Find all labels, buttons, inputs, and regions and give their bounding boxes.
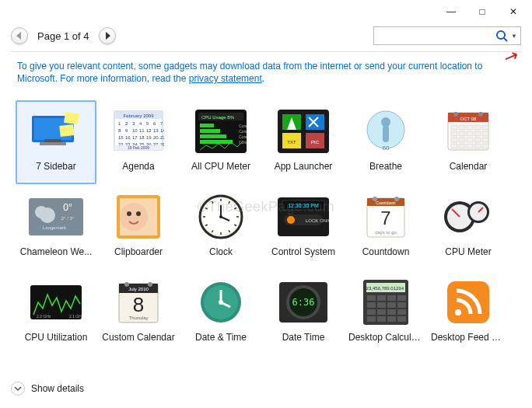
gadget-tile[interactable]: TXTPICApp Launcher: [263, 100, 344, 184]
svg-rect-64: [383, 125, 389, 142]
svg-text:12:30:30 PM: 12:30:30 PM: [288, 203, 319, 208]
svg-text:CPU Usage 8%: CPU Usage 8%: [201, 115, 235, 120]
svg-rect-176: [447, 281, 489, 323]
gadget-tile[interactable]: 7 Sidebar: [16, 100, 96, 184]
chevron-down-icon: [11, 382, 25, 396]
svg-text:Thursday: Thursday: [128, 316, 148, 320]
gadget-label: Clipboarder: [101, 243, 176, 257]
maximize-icon: □: [479, 6, 485, 17]
gadget-label: CPU Utilization: [19, 329, 93, 343]
gadget-label: Custom Calendar: [101, 329, 176, 343]
search-dropdown-icon[interactable]: ▼: [508, 33, 517, 40]
minimize-button[interactable]: —: [436, 1, 467, 23]
gadget-label: All CPU Meter: [184, 158, 258, 172]
svg-point-177: [455, 309, 461, 316]
svg-point-118: [219, 215, 222, 218]
svg-point-123: [287, 216, 295, 224]
search-box[interactable]: ▼: [373, 26, 521, 45]
gadget-label: Clock: [184, 243, 258, 257]
gadget-tile[interactable]: 12:30:30 PMLOCK ON/OFFControl System: [263, 186, 344, 270]
svg-text:2° / 3°: 2° / 3°: [61, 216, 75, 221]
gadget-tile[interactable]: 2.2 GHz2.1 GHzCPU Utilization: [16, 271, 96, 355]
gadget-tile[interactable]: Countdown7days to goCountdown: [345, 186, 426, 270]
svg-text:July 2010: July 2010: [128, 287, 149, 291]
gadget-tile[interactable]: Desktop Feed R...: [428, 271, 509, 355]
svg-point-99: [120, 203, 148, 231]
svg-rect-173: [377, 316, 386, 322]
gadget-label: Date & Time: [184, 329, 258, 343]
svg-rect-174: [387, 316, 396, 322]
gadget-tile[interactable]: CPU Meter: [428, 186, 509, 270]
page-prev-button[interactable]: [11, 27, 28, 44]
gadget-tile[interactable]: February 2009123456789101112131415161718…: [98, 100, 179, 184]
breathe-icon: 60: [355, 105, 416, 158]
desktop-calculator-icon: 123,456,789.01234: [355, 276, 416, 329]
page-label: Page 1 of 4: [34, 30, 93, 42]
search-icon[interactable]: [495, 30, 508, 42]
chameleon-weather-icon: 0°2° / 3°Langemark: [26, 190, 86, 243]
gadget-tile[interactable]: 0°2° / 3°LangemarkChameleon We...: [16, 186, 96, 270]
svg-text:Countdown: Countdown: [376, 201, 396, 205]
svg-marker-1: [106, 32, 110, 40]
svg-rect-162: [387, 295, 396, 301]
gadget-tile[interactable]: July 20108ThursdayCustom Calendar: [98, 271, 179, 355]
svg-rect-170: [387, 309, 396, 315]
minimize-icon: —: [446, 6, 456, 17]
svg-point-68: [453, 112, 458, 117]
date-time-round-icon: [191, 276, 251, 329]
svg-rect-6: [44, 139, 61, 142]
gadget-label: Countdown: [348, 243, 423, 257]
svg-point-144: [148, 282, 152, 287]
svg-point-93: [40, 207, 55, 223]
svg-rect-82: [459, 138, 465, 142]
svg-text:7: 7: [380, 207, 390, 228]
gadget-label: Desktop Calcula...: [348, 329, 423, 343]
page-next-button[interactable]: [99, 27, 116, 44]
gadget-grid: 7 SidebarFebruary 2009123456789101112131…: [0, 89, 532, 358]
gadget-tile[interactable]: 6:36Date Time: [263, 271, 344, 355]
svg-point-152: [219, 300, 223, 305]
date-time-digital-icon: 6:36: [273, 276, 334, 329]
gadget-label: Breathe: [348, 158, 423, 172]
triangle-right-icon: [104, 32, 110, 40]
svg-rect-171: [397, 309, 406, 315]
svg-text:13: 13: [153, 128, 159, 133]
gadget-tile[interactable]: Clipboarder: [98, 186, 179, 270]
gadget-tile[interactable]: 60Breathe: [345, 100, 426, 184]
cpu-meter-icon: [438, 190, 499, 243]
svg-line-3: [504, 38, 507, 41]
maximize-button[interactable]: □: [467, 1, 498, 23]
control-system-icon: 12:30:30 PMLOCK ON/OFF: [273, 190, 334, 243]
svg-rect-167: [397, 302, 406, 308]
gadget-tile[interactable]: 123,456,789.01234Desktop Calcula...: [345, 271, 426, 355]
gadget-label: App Launcher: [266, 158, 341, 172]
svg-rect-88: [467, 144, 473, 148]
notice-suffix: .: [262, 73, 264, 84]
svg-text:Langemark: Langemark: [43, 225, 67, 230]
countdown-icon: Countdown7days to go: [355, 190, 416, 243]
svg-rect-87: [459, 144, 465, 148]
gadget-label: CPU Meter: [431, 243, 506, 257]
gadget-tile[interactable]: Clock: [180, 186, 261, 270]
gadget-tile[interactable]: CPU Usage 8%Core 1Core 2Core 3Core 4All …: [180, 100, 261, 184]
svg-text:8: 8: [133, 293, 144, 316]
svg-text:18: 18: [139, 135, 145, 140]
svg-rect-79: [474, 131, 481, 136]
clock-icon: [191, 190, 251, 243]
svg-text:10: 10: [132, 128, 138, 133]
privacy-link[interactable]: privacy statement: [189, 73, 262, 84]
close-button[interactable]: ✕: [498, 1, 529, 23]
svg-text:Core 3: Core 3: [239, 134, 247, 139]
titlebar: — □ ✕: [0, 0, 532, 23]
svg-rect-169: [377, 309, 386, 315]
close-icon: ✕: [509, 6, 517, 17]
svg-rect-71: [451, 125, 457, 130]
gadget-tile[interactable]: OCT 08Calendar: [428, 100, 509, 184]
show-details-row[interactable]: Show details: [11, 382, 84, 396]
svg-text:0°: 0°: [63, 202, 72, 213]
svg-text:60: 60: [383, 145, 390, 152]
svg-text:6:36: 6:36: [292, 297, 315, 308]
svg-text:February 2009: February 2009: [123, 113, 154, 118]
gadget-tile[interactable]: Date & Time: [180, 271, 261, 355]
cpu-utilization-icon: 2.2 GHz2.1 GHz: [26, 276, 86, 329]
